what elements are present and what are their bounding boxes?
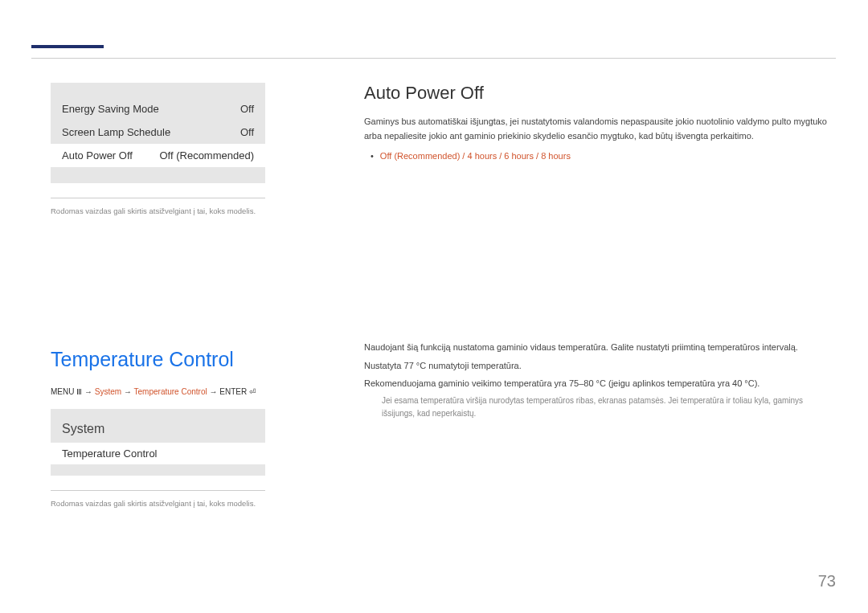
options-text: Off (Recommended) / 4 hours / 6 hours / … — [380, 151, 571, 161]
menu-value: Off (Recommended) — [159, 149, 254, 161]
arrow-icon: → — [124, 387, 132, 396]
menu-value: Off — [240, 103, 254, 115]
right-column-temperature: Naudojant šią funkciją nustatoma gaminio… — [364, 340, 830, 423]
divider-line — [31, 58, 836, 59]
menu-panel-title: System — [51, 419, 265, 443]
page-number: 73 — [818, 572, 836, 591]
breadcrumb-enter: ENTER — [219, 387, 247, 396]
body-text: Nustatyta 77 °C numatytoji temperatūra. — [364, 358, 830, 374]
menu-icon: Ⅲ — [76, 387, 84, 396]
section-title-temperature: Temperature Control — [51, 348, 280, 371]
body-text: Rekomenduojama gaminio veikimo temperatū… — [364, 376, 830, 391]
body-text: Gaminys bus automatiškai išjungtas, jei … — [364, 115, 830, 143]
options-line: • Off (Recommended) / 4 hours / 6 hours … — [371, 151, 830, 161]
menu-item-selected: Temperature Control — [51, 443, 265, 464]
menu-value: Off — [240, 126, 254, 138]
disclaimer-text: Rodomas vaizdas gali skirtis atsižvelgia… — [51, 198, 265, 215]
heading-auto-power-off: Auto Power Off — [364, 83, 830, 104]
bullet-icon: • — [371, 151, 374, 161]
right-column-auto-power: Auto Power Off Gaminys bus automatiškai … — [364, 83, 830, 161]
menu-panel-system: System Temperature Control — [51, 409, 265, 476]
menu-row: Screen Lamp Schedule Off — [51, 121, 265, 144]
disclaimer-text: Rodomas vaizdas gali skirtis atsižvelgia… — [51, 490, 265, 508]
menu-row: Energy Saving Mode Off — [51, 97, 265, 121]
left-column: Energy Saving Mode Off Screen Lamp Sched… — [51, 83, 280, 508]
breadcrumb-path: MENU Ⅲ → System → Temperature Control → … — [51, 387, 280, 396]
menu-row-selected: Auto Power Off Off (Recommended) — [51, 144, 265, 167]
breadcrumb-system: System — [95, 387, 121, 396]
breadcrumb-temp: Temperature Control — [134, 387, 207, 396]
menu-label: Auto Power Off — [62, 149, 133, 161]
menu-label: Screen Lamp Schedule — [62, 126, 170, 138]
note-text: Jei esama temperatūra viršija nurodytas … — [364, 394, 830, 420]
breadcrumb-menu: MENU — [51, 387, 74, 396]
arrow-icon: → — [84, 387, 92, 396]
menu-panel-eco: Energy Saving Mode Off Screen Lamp Sched… — [51, 83, 265, 183]
menu-label: Energy Saving Mode — [62, 103, 159, 115]
body-text: Naudojant šią funkciją nustatoma gaminio… — [364, 340, 830, 355]
accent-bar — [31, 45, 104, 48]
enter-icon: ⏎ — [249, 387, 256, 396]
arrow-icon: → — [209, 387, 217, 396]
